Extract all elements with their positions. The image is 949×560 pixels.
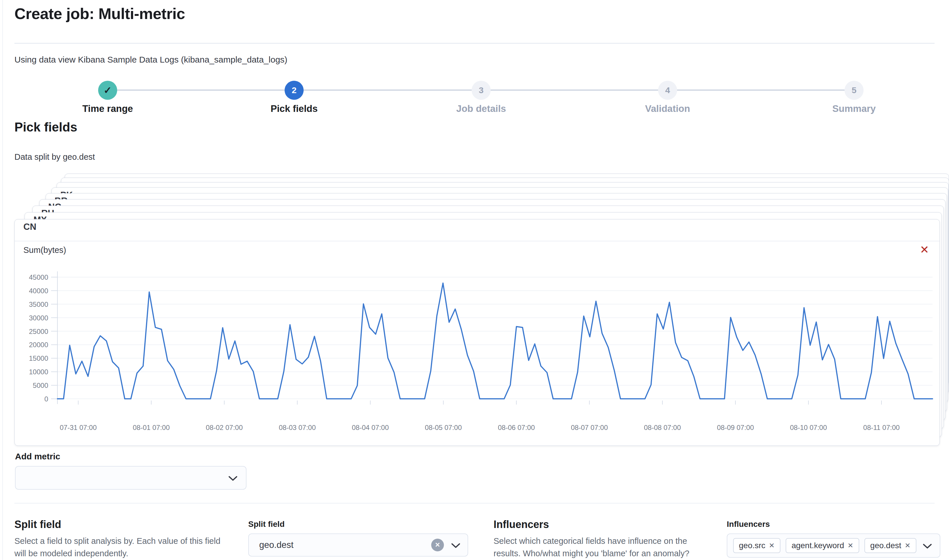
step-number: 5: [852, 85, 856, 95]
step-circle-summary[interactable]: 5: [844, 81, 864, 100]
clear-x-glyph: ✕: [435, 541, 440, 549]
svg-text:08-02 07:00: 08-02 07:00: [206, 424, 243, 431]
chevron-down-icon: [451, 543, 461, 548]
svg-text:08-03 07:00: 08-03 07:00: [279, 424, 316, 431]
step-circle-job-details[interactable]: 3: [472, 81, 491, 100]
step-number: 3: [479, 85, 484, 95]
svg-text:0: 0: [45, 395, 48, 403]
influencer-badge-geo-src: geo.src ✕: [733, 538, 781, 553]
description-line: will be modeled independently.: [14, 547, 251, 560]
svg-text:08-01 07:00: 08-01 07:00: [133, 424, 170, 431]
metric-title: Sum(bytes): [23, 245, 66, 255]
description-line: results. Who/what might you 'blame' for …: [494, 547, 733, 560]
step-label-time-range[interactable]: Time range: [50, 103, 165, 114]
badge-label: geo.src: [739, 541, 765, 550]
svg-text:5000: 5000: [33, 382, 48, 389]
sum-bytes-chart: 0500010000150002000025000300003500040000…: [15, 266, 940, 446]
svg-text:08-11 07:00: 08-11 07:00: [863, 424, 900, 431]
influencers-heading: Influencers: [494, 518, 549, 531]
svg-text:20000: 20000: [29, 341, 48, 349]
svg-text:08-08 07:00: 08-08 07:00: [644, 424, 681, 431]
svg-text:08-07 07:00: 08-07 07:00: [571, 424, 608, 431]
badge-label: geo.dest: [870, 541, 901, 550]
svg-text:08-09 07:00: 08-09 07:00: [717, 424, 754, 431]
split-field-description: Select a field to split analysis by. Eac…: [14, 535, 251, 560]
svg-text:08-05 07:00: 08-05 07:00: [425, 424, 462, 431]
split-field-select[interactable]: geo.dest ✕: [248, 534, 468, 557]
data-view-text: Using data view Kibana Sample Data Logs …: [14, 55, 287, 65]
remove-badge-icon[interactable]: ✕: [904, 542, 910, 549]
description-line: Select a field to split analysis by. Eac…: [14, 535, 251, 547]
page-title: Create job: Multi-metric: [14, 5, 185, 23]
add-metric-select[interactable]: [15, 466, 247, 490]
svg-text:08-10 07:00: 08-10 07:00: [790, 424, 827, 431]
split-card-label: CN: [23, 222, 36, 232]
title-divider: [14, 43, 935, 43]
step-label-pick-fields[interactable]: Pick fields: [236, 103, 352, 114]
clear-selection-icon[interactable]: ✕: [431, 538, 444, 551]
data-split-caption: Data split by geo.dest: [14, 152, 95, 162]
step-number: 2: [292, 85, 297, 95]
svg-text:07-31 07:00: 07-31 07:00: [60, 424, 97, 431]
influencers-form-label: Influencers: [727, 520, 770, 529]
pick-fields-heading: Pick fields: [14, 120, 77, 134]
svg-text:40000: 40000: [29, 287, 48, 295]
page-left-border: [2, 0, 3, 560]
influencers-select[interactable]: geo.src ✕ agent.keyword ✕ geo.dest ✕: [727, 534, 940, 558]
step-circle-validation[interactable]: 4: [658, 81, 677, 100]
split-field-value: geo.dest: [259, 534, 293, 556]
chevron-down-icon: [923, 543, 932, 549]
step-number: 4: [665, 85, 670, 95]
svg-text:30000: 30000: [29, 314, 48, 322]
card-divider: [15, 241, 940, 242]
step-label-summary[interactable]: Summary: [796, 103, 912, 114]
step-label-validation[interactable]: Validation: [610, 103, 725, 114]
badge-label: agent.keyword: [792, 541, 844, 550]
split-field-heading: Split field: [14, 518, 61, 531]
svg-text:45000: 45000: [29, 273, 48, 281]
influencers-description: Select which categorical fields have inf…: [494, 535, 733, 560]
influencer-badge-geo-dest: geo.dest ✕: [864, 538, 917, 553]
description-line: Select which categorical fields have inf…: [494, 535, 733, 547]
svg-text:08-06 07:00: 08-06 07:00: [498, 424, 535, 431]
check-icon: ✓: [103, 85, 112, 96]
remove-metric-icon[interactable]: ✕: [920, 244, 929, 255]
add-metric-label: Add metric: [15, 452, 60, 462]
split-card-cn: CN Sum(bytes) ✕ 050001000015000200002500…: [14, 219, 940, 446]
step-circle-pick-fields[interactable]: 2: [285, 81, 304, 100]
step-label-job-details[interactable]: Job details: [423, 103, 539, 114]
remove-badge-icon[interactable]: ✕: [848, 542, 853, 549]
step-circle-time-range[interactable]: ✓: [98, 81, 117, 100]
remove-badge-icon[interactable]: ✕: [769, 542, 775, 549]
svg-text:10000: 10000: [29, 368, 48, 376]
svg-text:25000: 25000: [29, 328, 48, 335]
influencer-badge-agent-keyword: agent.keyword ✕: [785, 538, 859, 553]
svg-text:08-04 07:00: 08-04 07:00: [352, 424, 389, 431]
section-divider: [14, 503, 935, 503]
svg-text:15000: 15000: [29, 354, 48, 362]
chevron-down-icon: [228, 475, 238, 481]
svg-text:35000: 35000: [29, 300, 48, 308]
split-field-form-label: Split field: [248, 520, 285, 529]
